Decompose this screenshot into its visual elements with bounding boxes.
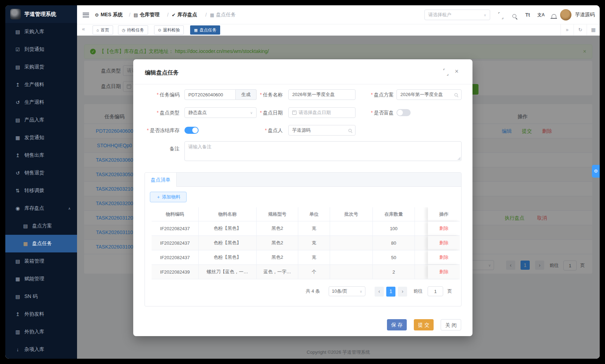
- sidebar-item-purchase-in[interactable]: ▤采购入库: [5, 23, 77, 41]
- submit-button[interactable]: 提 交: [414, 319, 434, 330]
- font-size-icon[interactable]: Tt: [523, 11, 532, 19]
- date-input[interactable]: 请选择盘点日期: [288, 107, 356, 118]
- sidebar-item-outsource-send[interactable]: ↥外协发料: [5, 305, 77, 323]
- sidebar-item-arrival-notice[interactable]: ☑到货通知: [5, 41, 77, 58]
- breadcrumb-warehouse[interactable]: ▤仓库管理: [134, 5, 159, 24]
- freeze-toggle[interactable]: [184, 127, 199, 134]
- calendar-icon: [292, 111, 296, 115]
- sidebar-item-transfer[interactable]: ⇅转移调拨: [5, 182, 77, 199]
- return-icon: ↺: [14, 170, 21, 176]
- sidebar-item-stocktaking[interactable]: ◉库存盘点∧: [5, 199, 77, 217]
- resize-handle[interactable]: [457, 157, 460, 160]
- refresh-icon[interactable]: ↻: [574, 24, 587, 35]
- task-name-input[interactable]: 2026年第一季度全盘: [288, 89, 356, 100]
- delete-material-link[interactable]: 删除: [439, 225, 448, 232]
- tab-stocktaking-task[interactable]: ▦盘点任务: [190, 25, 220, 35]
- sidebar-item-label: 外协入库: [24, 329, 44, 335]
- sidebar-item-outsource-in[interactable]: ▥外协入库: [5, 323, 77, 341]
- sidebar-item-label: 盘点方案: [32, 223, 52, 229]
- page-size-select[interactable]: 10条/页∨: [329, 286, 365, 296]
- sidebar-item-sn-code[interactable]: ▤SN 码: [5, 288, 77, 305]
- inspect-icon: ⊙: [158, 28, 161, 32]
- goto-page-input[interactable]: 1: [428, 286, 443, 296]
- tab-return-inspection[interactable]: ⊙退料检验: [154, 25, 184, 35]
- chevron-down-icon: ∨: [360, 290, 362, 293]
- translate-icon[interactable]: 文A: [535, 11, 547, 19]
- remark-textarea[interactable]: 请输入备注: [184, 141, 462, 161]
- breadcrumb-mes[interactable]: ⚙MES 系统: [95, 5, 123, 24]
- logo-row[interactable]: 芋道管理系统: [5, 5, 77, 23]
- settings-gear-button[interactable]: ⚙: [592, 165, 600, 178]
- dialog-close-icon[interactable]: ×: [455, 68, 459, 75]
- sidebar-item-product-in[interactable]: ▤产品入库: [5, 111, 77, 129]
- box-icon: ▤: [14, 258, 21, 264]
- sidebar-item-label: 生产退料: [24, 99, 44, 106]
- check-circle-icon: ◉: [14, 205, 21, 211]
- check-circle-icon: ✔: [172, 12, 176, 18]
- bag-up-icon: ↥: [14, 82, 21, 88]
- qr-icon: ▦: [14, 276, 21, 282]
- sidebar-item-label: SN 码: [24, 293, 37, 300]
- dialog-fullscreen-icon[interactable]: ⌜⌟: [443, 69, 448, 76]
- divider: [133, 84, 472, 84]
- save-button[interactable]: 保 存: [387, 319, 407, 330]
- menu-collapse-icon[interactable]: [83, 13, 89, 17]
- fullscreen-icon[interactable]: ⌜⌟: [497, 12, 505, 20]
- tabs-collapse-icon[interactable]: «: [82, 26, 85, 32]
- sidebar-item-label: 盘点任务: [32, 240, 52, 247]
- search-icon[interactable]: [510, 12, 518, 20]
- sidebar-item-ship-notice[interactable]: ▦发货通知: [5, 129, 77, 147]
- bell-icon[interactable]: [550, 12, 558, 20]
- app-window: 芋道管理系统 ▤采购入库 ☑到货通知 ▤采购退货 ↥生产领料 ↺生产退料 ▤产品…: [5, 5, 600, 359]
- task-code-label: *任务编码: [133, 89, 180, 100]
- bag-up-icon: ↥: [14, 153, 21, 158]
- plan-input[interactable]: 2026年第一季度全盘: [397, 89, 462, 100]
- plan-label: *盘点方案: [351, 89, 394, 100]
- page-number-button[interactable]: 1: [386, 287, 395, 297]
- tenant-select[interactable]: 请选择租户∨: [424, 10, 490, 20]
- tab-home[interactable]: ⌂首页: [93, 25, 113, 35]
- down-arrow-icon: ↓: [14, 347, 21, 352]
- sidebar-item-misc-in[interactable]: ↓杂项入库: [5, 341, 77, 358]
- tab-pending-tasks[interactable]: ◷待检任务: [118, 25, 148, 35]
- return-icon: ↺: [14, 100, 21, 105]
- delete-material-link[interactable]: 删除: [439, 240, 448, 246]
- sidebar-item-production-pick[interactable]: ↥生产领料: [5, 76, 77, 94]
- sidebar-item-packing[interactable]: ▤装箱管理: [5, 252, 77, 270]
- next-page-button[interactable]: ›: [398, 287, 407, 297]
- box-icon: ▤: [134, 12, 138, 18]
- blind-toggle[interactable]: [397, 109, 411, 116]
- prev-page-button[interactable]: ‹: [375, 287, 384, 297]
- col-material-name: 物料名称: [199, 207, 257, 221]
- delete-material-link[interactable]: 删除: [439, 254, 448, 261]
- col-actions: 操作: [428, 207, 460, 221]
- sidebar-item-stocktaking-plan[interactable]: ▤盘点方案: [5, 217, 77, 235]
- date-label: *盘点日期: [240, 107, 283, 118]
- sidebar-item-sales-out[interactable]: ↥销售出库: [5, 147, 77, 164]
- task-code-input[interactable]: PDT2026040600: [184, 89, 236, 100]
- breadcrumb-stocktaking[interactable]: ✔库存盘点: [172, 5, 197, 24]
- sidebar-item-label: 到货通知: [24, 46, 44, 53]
- sidebar-item-stocktaking-task[interactable]: ▦盘点任务: [5, 235, 77, 252]
- user-avatar[interactable]: [560, 9, 571, 20]
- tab-stocktaking-list[interactable]: 盘点清单: [145, 173, 177, 187]
- sidebar-item-production-return[interactable]: ↺生产退料: [5, 94, 77, 111]
- col-spec: 规格型号: [257, 207, 298, 221]
- checker-input[interactable]: 芋道源码: [288, 125, 356, 136]
- grid-layout-icon[interactable]: ▦: [587, 24, 600, 35]
- username[interactable]: 芋道源码: [575, 12, 595, 18]
- sidebar-item-purchase-return[interactable]: ▤采购退货: [5, 58, 77, 76]
- sidebar-item-label: 生产领料: [24, 82, 44, 88]
- close-button[interactable]: 关 闭: [441, 319, 461, 330]
- clipboard-icon: ▦: [22, 241, 29, 246]
- sidebar-item-label: 采购退货: [24, 64, 44, 70]
- tabs-more-icon[interactable]: »: [560, 24, 574, 35]
- delete-material-link[interactable]: 删除: [439, 269, 448, 275]
- bag-icon: ▤: [14, 64, 21, 70]
- material-row: IF2022082437 色粉【黑色】 黑色2 克 50 删除: [152, 250, 460, 265]
- sidebar-item-empower[interactable]: ▦赋能管理: [5, 270, 77, 288]
- top-header: ⚙MES 系统 / ▤仓库管理 / ✔库存盘点 / ▦盘点任务 请选择租户∨ ⌜…: [77, 5, 600, 24]
- breadcrumb-task: ▦盘点任务: [210, 5, 236, 24]
- add-material-button[interactable]: ＋ 添加物料: [150, 192, 187, 202]
- sidebar-item-sales-return[interactable]: ↺销售退货: [5, 164, 77, 182]
